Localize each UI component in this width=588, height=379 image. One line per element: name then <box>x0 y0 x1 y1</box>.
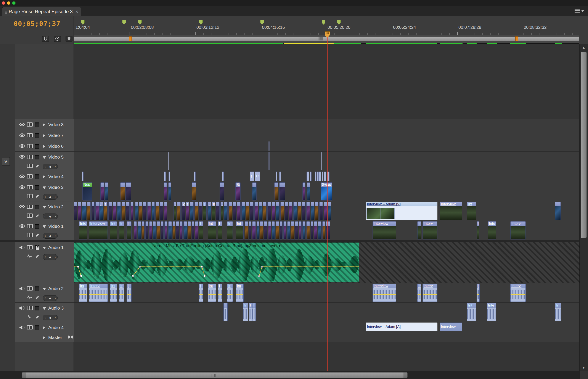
track-expand-triangle[interactable] <box>43 326 45 330</box>
track-lock-toggle[interactable] <box>35 245 39 250</box>
toggle-track-output-eye-icon[interactable] <box>19 122 25 127</box>
timeline-clip[interactable]: ( <box>186 202 189 220</box>
timeline-clip[interactable] <box>168 221 172 239</box>
timeline-clip[interactable]: I <box>199 284 203 302</box>
timeline-clip[interactable]: I <box>203 202 207 220</box>
ruler[interactable]: 1;04;0400;02;08;0800;03;12;1200;04;16;16… <box>74 16 580 44</box>
timeline-clip[interactable] <box>152 202 155 220</box>
set-display-style-icon[interactable] <box>27 325 33 330</box>
timeline-clip[interactable]: I <box>221 202 223 220</box>
tab-close-icon[interactable]: × <box>75 10 78 14</box>
timeline-clip[interactable] <box>289 202 292 220</box>
timeline-clip[interactable] <box>192 221 194 239</box>
timeline-clip[interactable]: Int <box>208 284 216 302</box>
keyframe-navigator[interactable]: ‹◆› <box>43 254 58 260</box>
next-keyframe-icon[interactable]: › <box>55 296 56 300</box>
track-expand-triangle[interactable] <box>43 123 45 126</box>
timeline-clip[interactable]: Int <box>110 221 117 239</box>
show-keyframes-button[interactable] <box>35 254 40 260</box>
next-keyframe-icon[interactable]: › <box>55 165 56 169</box>
timeline-clip[interactable]: V <box>181 202 185 220</box>
timeline-clip[interactable] <box>228 202 232 220</box>
set-encore-chapter-marker-button[interactable] <box>54 36 61 42</box>
scroll-down-arrow-icon[interactable]: ▼ <box>581 365 586 370</box>
track-collapse-triangle[interactable] <box>43 206 46 208</box>
timeline-clip[interactable] <box>328 202 331 220</box>
timeline-clip[interactable] <box>246 202 249 220</box>
keyframe-navigator[interactable]: ‹◆› <box>43 214 58 219</box>
timeline-clip[interactable] <box>176 221 179 239</box>
timeline-clip[interactable]: Nes <box>82 182 92 201</box>
timeline-clip[interactable]: Ir <box>119 284 124 302</box>
timeline-clip[interactable] <box>113 202 116 220</box>
next-keyframe-icon[interactable]: › <box>55 316 56 319</box>
horizontal-scrollbar-thumb[interactable] <box>22 372 408 378</box>
timeline-clip[interactable] <box>142 221 144 239</box>
toggle-track-output-eye-icon[interactable] <box>19 224 25 229</box>
track-lane-v1[interactable]: InteInterviewIntIrIIIntIIrIntInterviewIr… <box>74 221 580 240</box>
keyframe-navigator[interactable]: ‹◆› <box>43 295 58 301</box>
track-lane-master[interactable] <box>74 332 580 342</box>
display-style-button[interactable] <box>27 194 33 198</box>
timeline-clip[interactable]: Interview <box>373 284 396 302</box>
waveform-button[interactable] <box>27 254 32 259</box>
timeline-clip[interactable] <box>188 221 191 239</box>
display-style-button[interactable] <box>27 233 33 237</box>
track-collapse-triangle[interactable] <box>43 247 46 249</box>
timeline-clip[interactable] <box>224 202 228 220</box>
track-lock-toggle[interactable] <box>35 224 39 229</box>
show-keyframes-button[interactable] <box>35 164 40 169</box>
timeline-clip[interactable]: ( <box>104 202 108 220</box>
timeline-clip[interactable] <box>74 202 77 220</box>
timeline-clip[interactable] <box>306 221 310 239</box>
timeline-clip[interactable] <box>302 202 305 220</box>
show-keyframes-button[interactable] <box>35 315 40 320</box>
track-lane-v2[interactable]: ((IV(I(InIInterview – Adam [V]InterviewI… <box>74 201 580 221</box>
timeline-clip[interactable]: In <box>212 202 215 220</box>
close-window-button[interactable] <box>2 1 5 5</box>
timeline-clip[interactable] <box>168 152 169 170</box>
show-keyframes-button[interactable] <box>35 214 40 219</box>
timeline-clip[interactable] <box>222 172 224 181</box>
timeline-clip[interactable] <box>264 221 267 239</box>
timeline-clip[interactable]: Ir <box>417 221 421 239</box>
track-lock-toggle[interactable] <box>35 123 39 127</box>
timeline-clip[interactable]: Intervi <box>510 221 526 239</box>
toggle-track-output-eye-icon[interactable] <box>19 144 25 149</box>
timeline-clip[interactable] <box>156 202 159 220</box>
timeline-clip[interactable]: Inte <box>488 221 496 239</box>
sequence-marker-icon[interactable] <box>322 20 325 25</box>
timeline-clip[interactable] <box>126 202 129 220</box>
set-display-style-icon[interactable] <box>27 306 33 310</box>
track-collapse-triangle[interactable] <box>43 307 46 310</box>
timeline-clip[interactable] <box>168 182 171 201</box>
timeline-clip[interactable]: Intervi <box>89 284 108 302</box>
timeline-clip[interactable]: Int <box>208 221 216 239</box>
track-expand-triangle[interactable] <box>43 134 45 137</box>
timeline-clip[interactable] <box>250 202 254 220</box>
timeline-clip[interactable]: I <box>199 221 203 239</box>
timeline-clip[interactable]: Interv <box>423 221 437 239</box>
timeline-clip[interactable]: Swoo <box>321 182 332 201</box>
set-display-style-icon[interactable] <box>27 185 33 189</box>
timeline-clip[interactable] <box>276 202 280 220</box>
timeline-clip[interactable] <box>287 221 290 239</box>
track-collapse-triangle[interactable] <box>43 187 46 189</box>
timeline-clip[interactable] <box>82 172 83 181</box>
timeline-clip[interactable] <box>315 172 317 181</box>
timeline-clip[interactable]: Interview <box>373 221 396 239</box>
sequence-marker-icon[interactable] <box>138 20 142 25</box>
timeline-clip[interactable] <box>263 202 267 220</box>
prev-keyframe-icon[interactable]: ‹ <box>45 214 46 218</box>
timeline-clip[interactable]: Int <box>467 303 476 321</box>
timeline-clip[interactable]: ( <box>250 172 254 181</box>
add-keyframe-icon[interactable]: ◆ <box>49 316 51 319</box>
timeline-clip[interactable] <box>327 172 330 181</box>
waveform-button[interactable] <box>27 295 32 300</box>
add-keyframe-icon[interactable]: ◆ <box>49 255 51 259</box>
toggle-track-output-eye-icon[interactable] <box>19 133 25 138</box>
track-lane-a3[interactable]: IInIIIntInteIr <box>74 303 580 322</box>
track-lane-a1[interactable]: Nero – Must Be The Feeling (South Centra… <box>74 242 580 283</box>
timeline-clip[interactable]: I <box>223 303 228 321</box>
timeline-clip[interactable] <box>302 221 305 239</box>
